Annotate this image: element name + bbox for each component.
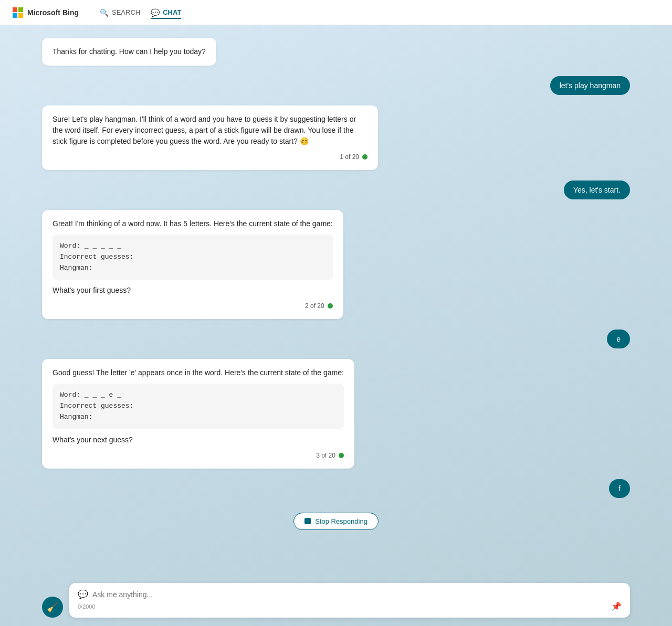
logo-text: Microsoft Bing — [27, 8, 79, 17]
input-box: 💬 0/2000 📌 — [69, 583, 630, 618]
nav-chat-label: CHAT — [163, 8, 181, 16]
stop-responding-button[interactable]: Stop Responding — [293, 513, 379, 530]
chat-area: Thanks for chatting. How can I help you … — [0, 25, 672, 626]
message-footer: 3 of 20 — [52, 451, 344, 460]
input-area: 🧹 💬 0/2000 📌 — [0, 577, 672, 626]
message-footer: 1 of 20 — [52, 152, 368, 162]
turn-count: 1 of 20 — [340, 152, 359, 162]
bot-bubble: Great! I'm thinking of a word now. It ha… — [42, 210, 343, 319]
user-message-text: e — [616, 335, 621, 343]
bot-message-text: Thanks for chatting. How can I help you … — [52, 47, 206, 56]
status-dot — [339, 453, 344, 458]
chat-input[interactable] — [92, 590, 622, 599]
message-row: Good guess! The letter 'e' appears once … — [42, 359, 630, 468]
chat-icon-nav: 💬 — [151, 8, 160, 17]
user-bubble: Yes, let's start. — [564, 181, 630, 199]
user-message-text: let's play hangman — [560, 81, 621, 90]
user-bubble: let's play hangman — [550, 76, 630, 95]
user-bubble: f — [609, 479, 630, 498]
avatar-button[interactable]: 🧹 — [42, 597, 63, 618]
game-state-block: Word: _ _ _ e _Incorrect guesses:Hangman… — [52, 384, 344, 429]
nav-search-label: SEARCH — [112, 8, 140, 16]
input-footer: 0/2000 📌 — [78, 601, 622, 611]
nav-search[interactable]: 🔍 SEARCH — [100, 6, 140, 19]
search-icon: 🔍 — [100, 8, 109, 17]
user-bubble: e — [607, 330, 630, 348]
message-row: f — [42, 479, 630, 498]
stop-icon — [304, 518, 311, 524]
char-count: 0/2000 — [78, 603, 96, 610]
pin-icon[interactable]: 📌 — [611, 601, 622, 611]
follow-up-text: What's your first guess? — [52, 285, 333, 296]
message-row: e — [42, 330, 630, 348]
broom-icon: 🧹 — [47, 601, 58, 613]
message-row: Great! I'm thinking of a word now. It ha… — [42, 210, 630, 319]
turn-count: 2 of 20 — [305, 301, 324, 311]
stop-container: Stop Responding — [42, 513, 630, 530]
user-message-text: f — [618, 484, 621, 493]
stop-label: Stop Responding — [315, 517, 368, 525]
bot-message-text: Great! I'm thinking of a word now. It ha… — [52, 219, 333, 228]
bot-bubble: Thanks for chatting. How can I help you … — [42, 38, 216, 66]
bot-bubble: Sure! Let's play hangman. I'll think of … — [42, 105, 378, 170]
nav: 🔍 SEARCH 💬 CHAT — [100, 6, 181, 19]
turn-count: 3 of 20 — [316, 451, 335, 460]
message-row: Yes, let's start. — [42, 181, 630, 199]
message-footer: 2 of 20 — [52, 301, 333, 311]
follow-up-text: What's your next guess? — [52, 434, 344, 445]
message-row: Sure! Let's play hangman. I'll think of … — [42, 105, 630, 170]
input-row: 💬 — [78, 589, 622, 599]
microsoft-logo — [13, 7, 23, 18]
user-message-text: Yes, let's start. — [573, 186, 621, 194]
bot-message-text: Sure! Let's play hangman. I'll think of … — [52, 115, 356, 145]
message-row: Thanks for chatting. How can I help you … — [42, 38, 630, 66]
bot-bubble: Good guess! The letter 'e' appears once … — [42, 359, 354, 468]
header: Microsoft Bing 🔍 SEARCH 💬 CHAT — [0, 0, 672, 25]
bot-message-text: Good guess! The letter 'e' appears once … — [52, 368, 344, 377]
logo-area: Microsoft Bing — [13, 7, 79, 18]
message-row: let's play hangman — [42, 76, 630, 95]
game-state-block: Word: _ _ _ _ _Incorrect guesses:Hangman… — [52, 235, 333, 280]
nav-chat[interactable]: 💬 CHAT — [151, 6, 181, 19]
status-dot — [362, 154, 368, 160]
chat-bubble-icon: 💬 — [78, 589, 88, 599]
status-dot — [328, 303, 333, 309]
